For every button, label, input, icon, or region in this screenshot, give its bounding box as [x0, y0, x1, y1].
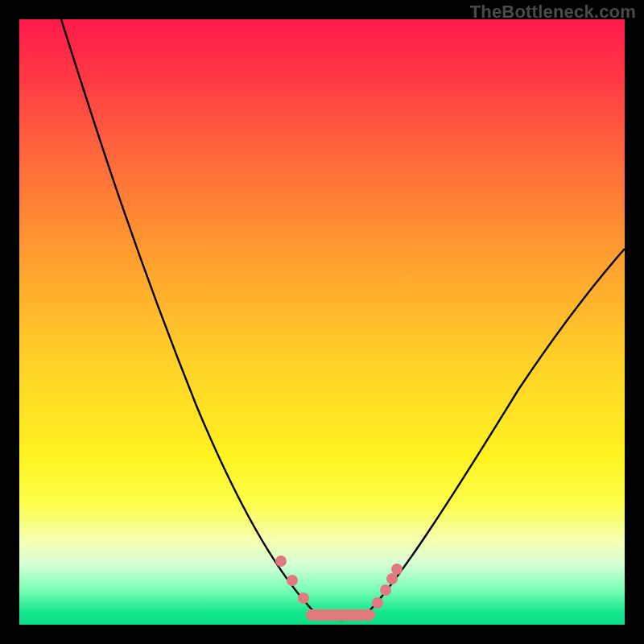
marker-dot-right-3 [386, 573, 398, 584]
bottleneck-curve [19, 19, 625, 625]
plot-area [19, 19, 625, 625]
marker-dot-right-1 [372, 597, 383, 609]
curve-left [61, 19, 317, 615]
marker-dot-right-2 [380, 584, 391, 596]
curve-right [365, 249, 625, 615]
marker-valley-strip [306, 609, 375, 621]
marker-dot-right-4 [391, 564, 402, 575]
marker-dot-left-2 [287, 575, 298, 586]
marker-dot-left-3 [298, 592, 309, 604]
marker-dot-left-1 [275, 555, 287, 567]
watermark-text: TheBottleneck.com [470, 2, 636, 23]
